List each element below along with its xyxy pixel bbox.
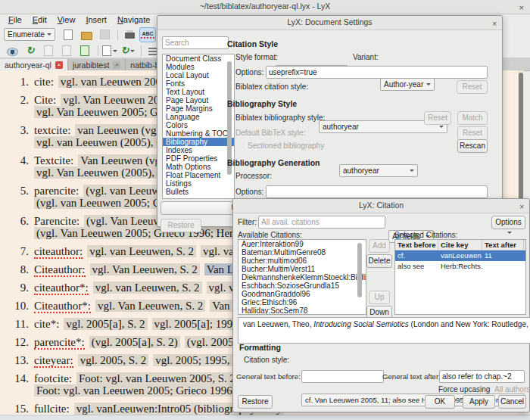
settings-section-numbering-toc[interactable]: Numbering & TOC	[163, 129, 234, 138]
view-icon[interactable]	[4, 43, 20, 58]
table-row[interactable]: also seeHerb:Rechts…	[395, 261, 525, 272]
apply-button[interactable]: Apply	[463, 395, 495, 409]
settings-section-pdf-properties[interactable]: PDF Properties	[163, 154, 234, 163]
settings-section-text-layout[interactable]: Text Layout	[163, 88, 234, 96]
settings-restore-button[interactable]: Restore	[161, 219, 201, 232]
settings-section-page-layout[interactable]: Page Layout	[163, 96, 234, 104]
open-document-icon[interactable]	[78, 27, 95, 42]
settings-section-language[interactable]: Language	[163, 113, 234, 121]
new-document-icon[interactable]	[60, 27, 76, 42]
print-document-icon[interactable]	[121, 27, 138, 42]
add-citation-button[interactable]: Add	[369, 239, 390, 253]
tab-jurabibtest[interactable]: jurabibtest×	[68, 59, 126, 71]
settings-section-document-class[interactable]: Document Class	[163, 54, 234, 63]
settings-section-colors[interactable]: Colors	[163, 121, 234, 129]
available-citation-item[interactable]: Auer:Interaktion99	[238, 240, 366, 248]
list-number: 12.	[0, 336, 29, 348]
generation-options-input[interactable]	[266, 185, 488, 198]
available-citation-item[interactable]: Eschbach:SozioseGrundla15	[238, 282, 366, 290]
general-text-before-input[interactable]	[301, 370, 384, 383]
bibliography-style-reset-button[interactable]: Reset	[424, 111, 451, 125]
citation-inset[interactable]: vgl. 2005[a], S. 2	[64, 318, 147, 330]
menu-navigate[interactable]: Navigate	[112, 14, 155, 26]
citation-inset[interactable]: Foot: vgl. van Leeuwen 2005, S. 2.	[76, 372, 241, 384]
available-citation-item[interactable]: Griec:Ethisch:96	[238, 298, 366, 306]
available-citation-item[interactable]: Bucher:multimod06	[238, 257, 366, 265]
settings-section-page-margins[interactable]: Page Margins	[163, 104, 234, 113]
tab-close-icon[interactable]: ×	[55, 61, 63, 69]
citation-inset[interactable]: vgl. Van Leeuwen, S. 2	[90, 263, 200, 275]
available-citations-scrollbar[interactable]	[357, 243, 362, 297]
citation-style-reset-button[interactable]: Reset	[457, 80, 488, 94]
citation-inset[interactable]: vgl. van Leeuwen, S. 2	[93, 282, 202, 294]
tab-close-icon[interactable]: ×	[113, 61, 120, 69]
view-master-icon[interactable]	[40, 43, 57, 58]
biblatex-bibliography-style-select[interactable]: authoryear	[339, 164, 418, 177]
settings-section-local-layout[interactable]: Local Layout	[163, 71, 234, 79]
save-document-icon	[100, 30, 110, 39]
view-other-formats-icon[interactable]	[101, 43, 118, 58]
update-other-formats-icon[interactable]: ↻	[120, 43, 136, 58]
table-cell: Herb:Rechts…	[438, 261, 482, 272]
rescan-button[interactable]: Rescan	[457, 139, 488, 153]
default-bibtex-reset-button[interactable]: Reset	[457, 126, 488, 140]
table-header-cell: Text after	[482, 240, 524, 250]
settings-section-listings[interactable]: Listings	[163, 179, 234, 188]
settings-section-fonts[interactable]: Fonts	[163, 79, 234, 88]
citation-inset[interactable]: (vgl. Van Leeuwen 2005; Grieco 1996; Her…	[34, 227, 264, 239]
settings-section-modules[interactable]: Modules	[163, 63, 234, 71]
citation-inset[interactable]: vgl. 2005, S. 2	[78, 354, 149, 366]
menu-insert[interactable]: Insert	[80, 14, 112, 26]
available-citation-item[interactable]: DiekmannshenkeKlemmStoeckl:Bildling	[238, 273, 366, 282]
selected-citations-label: Selected Citations:	[394, 231, 457, 239]
window-close-icon[interactable]: ×	[519, 2, 524, 14]
settings-section-indexes[interactable]: Indexes	[163, 146, 234, 154]
citation-filter-input[interactable]	[258, 216, 385, 229]
all-authors-label: All authors	[494, 385, 530, 394]
variant-select[interactable]: Author-year	[380, 78, 435, 91]
citation-inset[interactable]: vgl. Van Leeuwen, S. 2	[95, 300, 205, 312]
citation-command-label: Citeauthor*:	[34, 300, 91, 313]
update-icon[interactable]: ↻	[22, 43, 39, 58]
settings-section-bullets[interactable]: Bullets	[163, 188, 234, 196]
available-citation-item[interactable]: Bateman:MultimGenre08	[238, 248, 366, 257]
list-number: 1.	[0, 76, 29, 88]
settings-section-float-placement[interactable]: Float Placement	[163, 171, 234, 179]
filter-options-button[interactable]: Options	[491, 216, 525, 229]
available-citation-item[interactable]: GoodmanGraddol96	[238, 290, 366, 298]
available-citation-item[interactable]: Halliday:SocSem78	[238, 306, 366, 315]
citation-inset[interactable]: Foot: vgl. van Leeuwen 2005; Grieco 1996…	[34, 384, 265, 397]
citation-restore-button[interactable]: Restore	[238, 395, 273, 409]
paragraph-style-select[interactable]: Enumerate	[4, 28, 55, 41]
view-master-update-icon[interactable]	[76, 43, 93, 58]
citation-dialog-title-bar: LyX: Citation ×	[233, 199, 529, 213]
available-citation-item[interactable]: Bucher:MultimVerst11	[238, 265, 366, 273]
settings-dialog-close-icon[interactable]: ×	[492, 17, 497, 30]
ok-button[interactable]: OK	[425, 395, 455, 409]
citation-inset[interactable]: vgl. van Leeuwen, S. 2	[87, 245, 196, 257]
settings-section-bibliography[interactable]: Bibliography	[163, 138, 234, 146]
delete-citation-button[interactable]: Delete	[366, 254, 392, 268]
biblatex-options-label: Options:	[235, 68, 263, 76]
menu-view[interactable]: View	[52, 14, 81, 26]
table-header-row: Text beforeCite keyText after	[395, 240, 525, 250]
menu-file[interactable]: File	[3, 14, 27, 26]
menu-edit[interactable]: Edit	[27, 14, 52, 26]
tab-authoryear-ql[interactable]: authoryear-ql×	[0, 59, 68, 71]
citation-inset[interactable]: (vgl. 2005[a], S. 2)	[89, 336, 180, 348]
settings-section-math-options[interactable]: Math Options	[163, 163, 234, 171]
update-master-icon[interactable]	[58, 43, 75, 58]
settings-search-input[interactable]	[162, 36, 229, 49]
citation-dialog-close-icon[interactable]: ×	[519, 201, 524, 213]
biblatex-options-input[interactable]	[266, 66, 488, 79]
general-text-after-input[interactable]	[439, 370, 525, 383]
table-cell: 11	[482, 250, 524, 261]
table-row[interactable]: cf.vanLeeuwen…11	[395, 250, 525, 261]
move-up-button[interactable]: Up	[369, 291, 390, 304]
save-document-icon[interactable]	[96, 27, 113, 42]
status-strip	[0, 415, 530, 420]
cancel-button[interactable]: Cancel	[498, 395, 526, 409]
bibliography-style-match-button[interactable]: Match	[457, 111, 488, 125]
list-number: 6.	[0, 215, 29, 239]
spellcheck-icon[interactable]: ABC	[139, 27, 156, 42]
